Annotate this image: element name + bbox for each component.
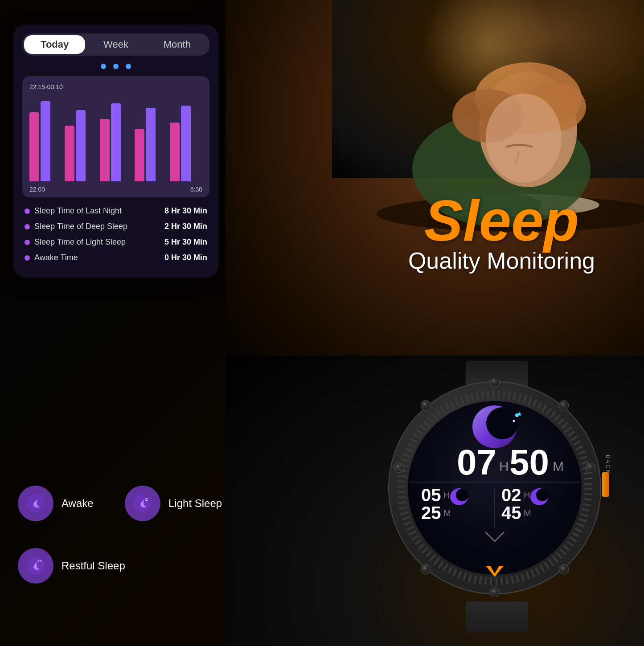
quality-subheading: Quality Monitoring [408,247,595,274]
restful-sleep-label: Restful Sleep [62,560,125,572]
stats-list: Sleep Time of Last Night 8 Hr 30 Min Sle… [22,206,209,262]
bar-group-3 [100,103,132,181]
svg-text:H: H [524,490,530,500]
light-sleep-icon-circle: z [125,486,160,521]
svg-point-29 [515,413,519,417]
svg-text:05: 05 [421,485,441,505]
bar-purple-5 [181,106,191,181]
svg-text:M: M [553,459,564,474]
sleep-heading: Sleep [408,192,595,249]
restful-sleep-icon-circle: ZZ [18,548,53,584]
svg-text:z: z [145,497,148,502]
bar-purple-4 [146,108,156,181]
svg-point-39 [456,489,468,501]
svg-text:M: M [443,508,451,518]
awake-label: Awake [62,497,94,510]
svg-point-23 [421,564,431,574]
stat-left-1: Sleep Time of Last Night [25,206,122,216]
svg-text:25: 25 [421,503,441,523]
stat-row-4: Awake Time 0 Hr 30 Min [25,253,207,262]
stat-value-1: 8 Hr 30 Min [164,206,207,216]
bar-pink-4 [135,129,144,181]
chart-bottom-labels: 22:00 6:30 [29,186,202,193]
stat-value-4: 0 Hr 30 Min [164,253,207,262]
dot-3 [126,64,131,69]
stat-value-3: 5 Hr 30 Min [164,237,207,247]
stat-left-2: Sleep Time of Deep Sleep [25,222,127,231]
bar-purple-1 [41,101,50,181]
chart-bars-container [29,94,202,183]
svg-text:M: M [524,508,531,518]
moon-restful-sleep-icon: ZZ [25,555,46,576]
svg-point-21 [490,588,500,597]
svg-text:ZZ: ZZ [37,559,42,563]
icon-item-light-sleep: z Light Sleep [125,477,250,530]
tab-week[interactable]: Week [85,35,146,54]
stat-row-2: Sleep Time of Deep Sleep 2 Hr 30 Min [25,222,207,231]
stat-dot-2 [25,224,30,229]
svg-point-22 [559,564,569,574]
stat-value-2: 2 Hr 30 Min [164,222,207,231]
stat-dot-3 [25,240,30,245]
smartwatch: 07 H 50 M 05 H 25 M 02 H 45 M [372,356,622,633]
moon-light-sleep-icon: z [132,493,153,514]
sleep-title-container: Sleep Quality Monitoring [408,192,595,274]
chart-start-time: 22:00 [29,186,45,193]
light-sleep-label: Light Sleep [168,497,222,510]
dot-2 [113,64,119,69]
sleep-chart: 22:15-00:10 [22,76,209,197]
tab-bar: Today Week Month [22,33,209,56]
stat-label-4: Awake Time [34,253,78,262]
bar-pink-3 [100,119,110,181]
svg-text:H: H [499,459,509,474]
bar-pink-1 [29,112,39,181]
phone-card: Today Week Month 22:15-00:10 [13,25,218,278]
main-content: Today Week Month 22:15-00:10 [0,0,644,646]
tab-month[interactable]: Month [147,35,208,54]
bar-group-5 [170,106,202,181]
stat-dot-1 [25,209,30,214]
stat-label-2: Sleep Time of Deep Sleep [34,222,127,231]
svg-text:07: 07 [457,442,496,482]
svg-text:02: 02 [501,485,521,505]
svg-point-16 [490,379,500,387]
bar-pink-5 [170,123,180,181]
svg-point-17 [559,401,569,410]
tab-today[interactable]: Today [24,35,85,54]
back-label: BACK [605,454,611,474]
dots-indicator [22,64,209,69]
svg-text:50: 50 [509,442,549,482]
stat-dot-4 [25,255,30,261]
icon-item-awake: Awake [18,477,116,530]
bottom-icons-container: Awake z Light Sleep [18,477,250,593]
icon-item-restful-sleep: ZZ Restful Sleep [18,539,250,593]
dot-1 [101,64,106,69]
svg-text:H: H [443,490,450,500]
bar-purple-2 [76,110,86,181]
svg-point-30 [513,420,515,422]
svg-point-19 [421,401,431,410]
stat-left-3: Sleep Time of Light Sleep [25,237,126,247]
stat-row-3: Sleep Time of Light Sleep 5 Hr 30 Min [25,237,207,247]
awake-icon-circle [18,486,53,521]
watch-outer-svg: 07 H 50 M 05 H 25 M 02 H 45 M [386,379,604,597]
bar-group-1 [29,101,62,181]
svg-point-27 [486,407,518,439]
bar-pink-2 [65,126,74,181]
chart-end-time: 6:30 [190,186,202,193]
stat-left-4: Awake Time [25,253,78,262]
svg-text:45: 45 [501,503,521,523]
moon-awake-icon [25,493,46,514]
side-button[interactable] [602,472,609,497]
stat-label-1: Sleep Time of Last Night [34,206,122,216]
bar-group-4 [135,108,167,181]
bar-group-2 [65,110,97,181]
bar-purple-3 [111,103,121,181]
chart-time-label: 22:15-00:10 [29,83,202,90]
svg-point-46 [536,489,549,501]
watch-band-bottom [466,601,528,633]
stat-row-1: Sleep Time of Last Night 8 Hr 30 Min [25,206,207,216]
stat-label-3: Sleep Time of Light Sleep [34,237,126,247]
